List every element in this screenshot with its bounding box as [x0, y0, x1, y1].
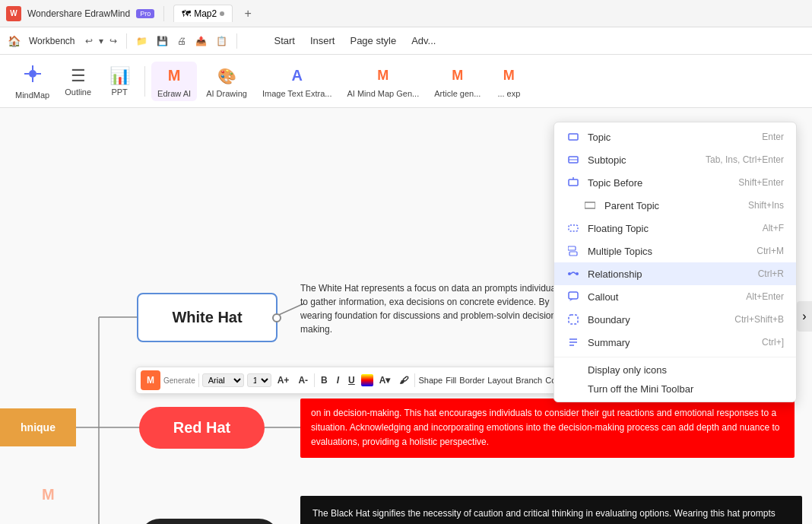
mini-ai-icon[interactable]: M — [141, 370, 160, 390]
mini-toolbar-sep-2 — [314, 373, 315, 387]
relationship-label: Relationship — [588, 268, 758, 280]
image-text-label: Image Text Extra... — [262, 89, 332, 98]
floating-topic-icon — [566, 221, 580, 235]
font-decrease-button[interactable]: A- — [295, 373, 311, 387]
subtopic-label: Subtopic — [588, 154, 706, 166]
topic-shortcut: Enter — [762, 132, 784, 142]
layout-label[interactable]: Layout — [487, 376, 512, 385]
font-select[interactable]: Arial — [202, 373, 244, 387]
tool-sep-1 — [144, 66, 145, 97]
highlight-button[interactable]: A▾ — [376, 373, 394, 387]
svg-rect-26 — [569, 315, 578, 324]
menu-item-multiple-topics[interactable]: Multiple Topics Ctrl+M — [554, 240, 796, 262]
svg-point-22 — [568, 272, 571, 275]
topic-before-icon — [566, 176, 580, 189]
ppt-icon: 📊 — [109, 66, 130, 86]
boundary-icon — [566, 313, 580, 326]
tab-insert[interactable]: Insert — [310, 33, 335, 48]
red-hat-info-text: on in decision-making. This hat encourag… — [311, 408, 779, 447]
right-panel-toggle[interactable]: › — [797, 301, 812, 332]
white-hat-node[interactable]: White Hat — [137, 293, 278, 342]
floating-topic-shortcut: Alt+F — [763, 223, 784, 233]
menu-item-floating-topic[interactable]: Floating Topic Alt+F — [554, 217, 796, 240]
relationship-icon — [566, 267, 580, 281]
outline-tool[interactable]: ☰ Outline — [59, 63, 97, 100]
main-area: hnique White Hat Red Hat Black Hat The W… — [0, 108, 812, 524]
shape-label[interactable]: Shape — [418, 376, 442, 385]
callout-shortcut: Alt+Enter — [746, 291, 784, 302]
tab-page-style[interactable]: Page style — [350, 33, 396, 48]
undo-redo-group: ↩ ▾ ↪ — [82, 33, 120, 49]
title-bar-left: W Wondershare EdrawMind Pro 🗺 Map2 + — [6, 5, 257, 23]
menu-item-subtopic[interactable]: Subtopic Tab, Ins, Ctrl+Enter — [554, 148, 796, 171]
file-button[interactable]: 📁 — [133, 33, 151, 49]
ppt-tool[interactable]: 📊 PPT — [100, 63, 138, 100]
underline-button[interactable]: U — [345, 373, 358, 387]
print-button[interactable]: 🖨 — [174, 33, 189, 49]
menu-item-topic-before[interactable]: Topic Before Shift+Enter — [554, 171, 796, 194]
svg-point-0 — [29, 70, 36, 78]
black-hat-node[interactable]: Black Hat — [139, 519, 280, 524]
svg-point-23 — [576, 272, 579, 275]
display-icons-label: Display only icons — [588, 364, 667, 376]
menu-item-parent-topic[interactable]: Parent Topic Shift+Ins — [554, 194, 796, 217]
menu-item-summary[interactable]: Summary Ctrl+] — [554, 331, 796, 354]
save-button[interactable]: 💾 — [154, 33, 171, 49]
parent-topic-label: Parent Topic — [604, 200, 748, 211]
generate-label: Generate — [163, 376, 195, 385]
border-label[interactable]: Border — [459, 376, 484, 385]
mindmap-tool[interactable]: MindMap — [9, 60, 56, 103]
topic-before-shortcut: Shift+Enter — [738, 177, 784, 188]
fill-label[interactable]: Fill — [446, 376, 456, 385]
more-tools-label: ... exp — [497, 89, 520, 98]
mindmap-label: MindMap — [15, 91, 49, 100]
text-color-picker[interactable] — [361, 374, 373, 386]
italic-button[interactable]: I — [334, 373, 342, 387]
svg-rect-18 — [585, 202, 595, 208]
ai-mindmap-icon: M — [372, 65, 395, 87]
floating-topic-label: Floating Topic — [588, 223, 763, 234]
edraw-ai-tool[interactable]: M Edraw AI — [151, 62, 197, 101]
tab-map2[interactable]: 🗺 Map2 — [173, 5, 233, 22]
ai-drawing-label: AI Drawing — [206, 89, 247, 98]
canvas-area[interactable]: hnique White Hat Red Hat Black Hat The W… — [0, 108, 812, 524]
export-button[interactable]: 📤 — [192, 33, 210, 49]
red-hat-node[interactable]: Red Hat — [139, 407, 265, 449]
menu-item-boundary[interactable]: Boundary Ctrl+Shift+B — [554, 308, 796, 331]
app-logo: W — [6, 6, 21, 21]
menu-item-turn-off-toolbar[interactable]: Turn off the Mini Toolbar — [554, 380, 796, 399]
more-export-button[interactable]: 📋 — [213, 33, 230, 49]
more-tools-tool[interactable]: M ... exp — [490, 62, 528, 101]
add-tab-button[interactable]: + — [239, 5, 257, 23]
menu-item-callout[interactable]: Callout Alt+Enter — [554, 285, 796, 308]
outline-icon: ☰ — [71, 66, 86, 86]
article-gen-tool[interactable]: M Article gen... — [428, 62, 487, 101]
branch-label[interactable]: Branch — [515, 376, 542, 385]
left-node-label: hnique — [21, 421, 56, 433]
red-hat-label: Red Hat — [173, 419, 231, 437]
article-gen-icon: M — [446, 65, 469, 87]
menu-item-topic[interactable]: Topic Enter — [554, 125, 796, 148]
tab-adv[interactable]: Adv... — [411, 33, 436, 48]
parent-topic-icon — [583, 198, 597, 212]
redo-button[interactable]: ↪ — [106, 33, 120, 49]
font-increase-button[interactable]: A+ — [274, 373, 293, 387]
undo-dropdown[interactable]: ▾ — [96, 33, 106, 49]
ai-mindmap-tool[interactable]: M AI Mind Map Gen... — [341, 62, 425, 101]
topic-before-label: Topic Before — [588, 177, 738, 189]
edraw-ai-icon: M — [163, 65, 186, 87]
toolbar-separator-1 — [126, 33, 127, 49]
pro-badge: Pro — [136, 9, 154, 18]
tab-start[interactable]: Start — [274, 33, 294, 48]
svg-rect-20 — [568, 246, 576, 250]
paint-button[interactable]: 🖌 — [396, 373, 411, 387]
bold-button[interactable]: B — [318, 373, 331, 387]
more-tools-icon: M — [497, 65, 520, 87]
workbench-button[interactable]: Workbench — [24, 33, 79, 49]
font-size-select[interactable]: 14 — [247, 373, 271, 387]
undo-button[interactable]: ↩ — [82, 33, 96, 49]
menu-item-relationship[interactable]: Relationship Ctrl+R — [554, 262, 796, 285]
image-text-tool[interactable]: A Image Text Extra... — [256, 62, 338, 101]
ai-drawing-tool[interactable]: 🎨 AI Drawing — [200, 62, 253, 101]
menu-item-display-icons[interactable]: Display only icons — [554, 360, 796, 380]
